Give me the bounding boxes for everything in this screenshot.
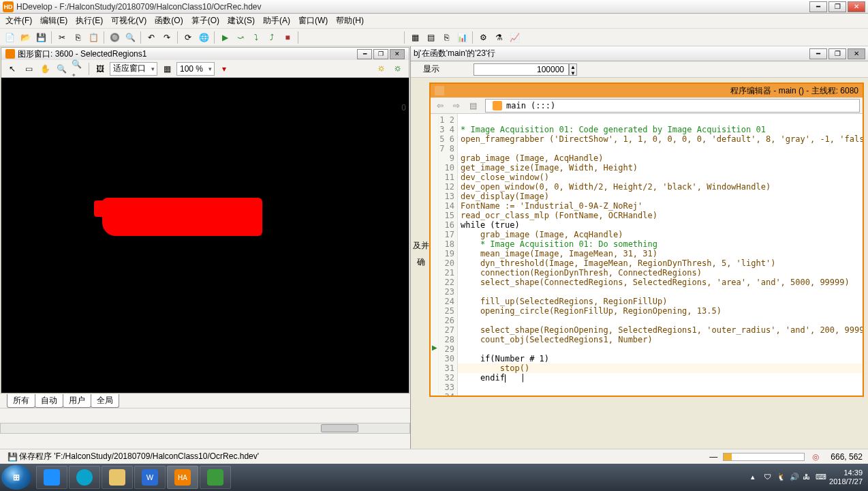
tray-qq-icon[interactable]: 🐧: [777, 473, 786, 482]
selected-region-blob-tail: [94, 200, 111, 217]
tray-icons[interactable]: ▴ 🛡 🐧 🔊 🖧 ⌨: [751, 473, 825, 482]
nav-list-button[interactable]: ▤: [466, 99, 480, 113]
stop-button[interactable]: ■: [281, 31, 294, 44]
color-mode-icon[interactable]: ▾: [217, 62, 231, 76]
lamp-yellow-icon[interactable]: ⛭: [375, 62, 388, 76]
horizontal-scrollbar[interactable]: [0, 423, 410, 434]
tray-clock[interactable]: 14:39 2018/7/27: [829, 468, 863, 486]
procedure-icon: [493, 101, 502, 110]
zoom-icon: ▦: [160, 62, 174, 76]
taskbar: ⊞ W HA ▴ 🛡 🐧 🔊 🖧 ⌨ 14:39 2018/7/27: [0, 464, 868, 491]
save-button[interactable]: 💾: [34, 31, 48, 44]
assist-1-button[interactable]: ⚙: [476, 31, 490, 44]
procedure-combo[interactable]: main (:::): [485, 99, 860, 113]
status-dash: —: [709, 452, 717, 462]
program-editor-title: 程序编辑器 - main () - 主线程: 6080: [448, 85, 858, 97]
minimize-button[interactable]: ━: [809, 1, 827, 12]
world-button[interactable]: 🌐: [197, 31, 211, 44]
program-editor-icon: [435, 86, 444, 95]
code-editor[interactable]: * Image Acquisition 01: Code generated b…: [458, 114, 863, 396]
step-over-button[interactable]: ⤻: [234, 31, 247, 44]
tray-input-icon[interactable]: ⌨: [816, 473, 825, 482]
var-maximize-button[interactable]: ❐: [828, 48, 846, 59]
paste-button[interactable]: 📋: [87, 31, 100, 44]
cut-button[interactable]: ✂: [55, 31, 69, 44]
gfx-minimize-button[interactable]: ━: [357, 49, 372, 59]
redo-button[interactable]: ↷: [160, 31, 174, 44]
step-out-button[interactable]: ⤴: [265, 31, 279, 44]
task-media[interactable]: [69, 466, 100, 489]
start-button[interactable]: ⊞: [1, 465, 31, 490]
display-range-max[interactable]: 100000: [474, 63, 569, 76]
zoom-tool[interactable]: 🔍: [55, 62, 68, 76]
graphics-window-title: 图形窗口: 3600 - SelectedRegions1: [18, 48, 356, 60]
menu-operator-sets[interactable]: 算子(O): [187, 14, 223, 28]
tray-shield-icon[interactable]: 🛡: [764, 473, 773, 482]
select-tool[interactable]: ▭: [22, 62, 35, 76]
display-range-max-spin[interactable]: ▲▼: [569, 63, 577, 76]
tab-auto[interactable]: 自动: [35, 394, 63, 408]
menu-assistants[interactable]: 助手(A): [259, 14, 294, 28]
close-button[interactable]: ✕: [848, 1, 865, 12]
assist-2-button[interactable]: ⚗: [492, 31, 506, 44]
task-hdevelop[interactable]: HA: [167, 466, 198, 489]
tab-global[interactable]: 全局: [91, 394, 119, 408]
menu-operators[interactable]: 函数(O): [151, 14, 187, 28]
menu-suggestions[interactable]: 建议(S): [223, 14, 259, 28]
var-minimize-button[interactable]: ━: [809, 48, 827, 59]
undo-button[interactable]: ↶: [144, 31, 158, 44]
app-titlebar: HD HDevelop - F:/HalconStudy/20180709/Ha…: [0, 0, 868, 14]
variable-window-titlebar: bj'在函数'main'的'23'行 ━ ❐ ✕: [411, 46, 868, 61]
new-button[interactable]: 📄: [3, 31, 16, 44]
gfx-close-button[interactable]: ✕: [390, 49, 405, 59]
var-close-button[interactable]: ✕: [848, 48, 865, 59]
hand-tool[interactable]: ✋: [38, 62, 52, 76]
coord-zero-label: 0: [401, 103, 406, 113]
tab-user[interactable]: 用户: [63, 394, 91, 408]
find-button[interactable]: 🔍: [123, 31, 137, 44]
refresh-button[interactable]: ⟳: [181, 31, 195, 44]
menu-help[interactable]: 帮助(H): [332, 14, 368, 28]
zoom-in-tool[interactable]: 🔍₊: [71, 62, 84, 76]
maximize-button[interactable]: ❐: [828, 1, 846, 12]
tab-all[interactable]: 所有: [7, 394, 35, 408]
marker-gutter[interactable]: ▶: [431, 114, 439, 396]
task-excel[interactable]: [200, 466, 231, 489]
nav-back-button[interactable]: ⇦: [433, 99, 447, 113]
procedure-name: main (:::): [506, 101, 555, 110]
gfx-maximize-button[interactable]: ❐: [373, 49, 388, 59]
menu-file[interactable]: 文件(F): [1, 14, 36, 28]
run-button[interactable]: ▶: [218, 31, 232, 44]
fit-mode-combo[interactable]: 适应窗口: [110, 62, 157, 76]
variable-window-title: bj'在函数'main'的'23'行: [414, 48, 808, 59]
task-wps[interactable]: W: [134, 466, 166, 489]
tray-up-icon[interactable]: ▴: [751, 473, 760, 482]
text-caret: [505, 374, 506, 383]
lamp-green-icon[interactable]: ⛭: [391, 62, 405, 76]
menu-window[interactable]: 窗口(W): [294, 14, 332, 28]
tray-volume-icon[interactable]: 🔊: [790, 473, 799, 482]
image-mode-icon[interactable]: 🖼: [93, 62, 107, 76]
open-button[interactable]: 📂: [18, 31, 32, 44]
window-graphics-button[interactable]: ▦: [408, 31, 422, 44]
tray-network-icon[interactable]: 🖧: [803, 473, 812, 482]
assist-3-button[interactable]: 📈: [508, 31, 521, 44]
nav-fwd-button[interactable]: ⇨: [450, 99, 463, 113]
menu-visualize[interactable]: 可视化(V): [107, 14, 151, 28]
task-ie[interactable]: [36, 466, 67, 489]
task-explorer[interactable]: [102, 466, 133, 489]
toggle-button-1[interactable]: 🔘: [108, 31, 121, 44]
window-program-button[interactable]: ⎘: [439, 31, 453, 44]
graphics-window-icon: [5, 49, 15, 59]
graphics-canvas[interactable]: [1, 78, 409, 393]
copy-button[interactable]: ⎘: [71, 31, 84, 44]
window-variable-button[interactable]: ▤: [424, 31, 437, 44]
histogram-button[interactable]: 📊: [455, 31, 469, 44]
pointer-tool[interactable]: ↖: [5, 62, 19, 76]
zoom-combo[interactable]: 100 %: [176, 62, 215, 76]
step-into-button[interactable]: ⤵: [249, 31, 263, 44]
menu-edit[interactable]: 编辑(E): [36, 14, 72, 28]
program-counter-icon: ▶: [431, 343, 438, 353]
menu-execute[interactable]: 执行(E): [72, 14, 107, 28]
window-controls: ━ ❐ ✕: [808, 1, 865, 12]
